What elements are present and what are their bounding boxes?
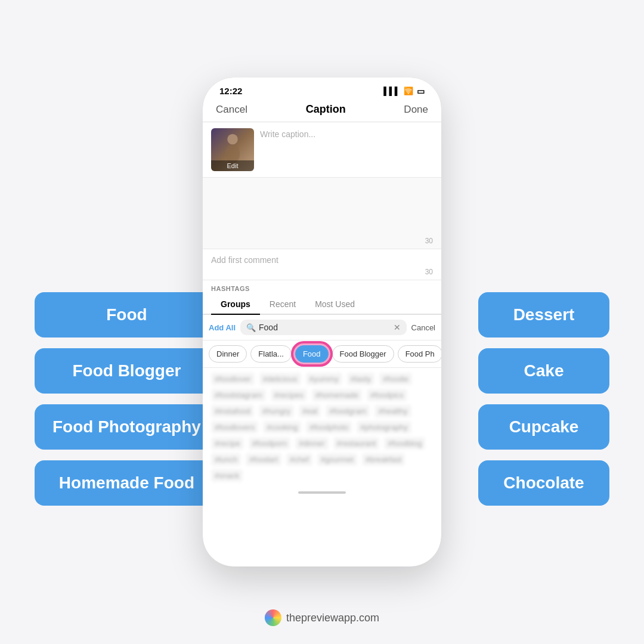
- hashtag-item[interactable]: #foodlovers: [211, 421, 258, 434]
- hashtag-item[interactable]: #breakfast: [362, 453, 405, 466]
- chip-food-wrapper: Food: [295, 345, 329, 363]
- hashtag-item[interactable]: #chef: [286, 453, 312, 466]
- hashtag-item[interactable]: #photography: [357, 421, 411, 434]
- hashtag-item[interactable]: #gourmet: [317, 453, 357, 466]
- tab-groups[interactable]: Groups: [211, 295, 260, 314]
- search-icon: 🔍: [246, 323, 256, 332]
- status-icons: ▌▌▌ 🛜 ▭: [383, 86, 425, 96]
- status-bar: 12:22 ▌▌▌ 🛜 ▭: [203, 78, 441, 100]
- left-btn-food-photography[interactable]: Food Photography: [35, 404, 219, 450]
- right-btn-cake[interactable]: Cake: [478, 348, 609, 394]
- comment-char-count: 30: [425, 268, 433, 276]
- hashtag-item[interactable]: #eat: [299, 405, 321, 417]
- hashtag-item[interactable]: #delicious: [259, 373, 301, 385]
- hashtag-item[interactable]: #foodporn: [249, 437, 291, 450]
- chip-flatlay[interactable]: Flatla...: [250, 345, 292, 363]
- hashtag-item[interactable]: #hungry: [259, 405, 294, 417]
- hashtag-item[interactable]: #foodie: [379, 373, 412, 385]
- chip-food-blogger[interactable]: Food Blogger: [332, 345, 394, 363]
- phone-mockup: 12:22 ▌▌▌ 🛜 ▭ Cancel Caption Done: [203, 78, 441, 566]
- search-clear-button[interactable]: ✕: [394, 323, 401, 332]
- hashtag-item[interactable]: #snack: [211, 469, 243, 482]
- thumbnail-edit-label[interactable]: Edit: [211, 160, 254, 171]
- left-button-group: Food Food Blogger Food Photography Homem…: [35, 292, 219, 506]
- left-btn-food[interactable]: Food: [35, 292, 219, 338]
- caption-char-count: 30: [425, 237, 433, 245]
- phone-screen: 12:22 ▌▌▌ 🛜 ▭ Cancel Caption Done: [203, 78, 441, 566]
- battery-icon: ▭: [417, 86, 425, 96]
- right-btn-dessert[interactable]: Dessert: [478, 292, 609, 338]
- right-button-group: Dessert Cake Cupcake Chocolate: [478, 292, 609, 506]
- caption-input[interactable]: Write caption...: [260, 128, 433, 171]
- hashtag-item[interactable]: #healthy: [374, 405, 411, 417]
- hashtag-item[interactable]: #cooking: [263, 421, 301, 434]
- hashtag-item[interactable]: #foodgram: [326, 405, 370, 417]
- watermark: thepreviewapp.com: [265, 609, 379, 626]
- hashtag-item[interactable]: #yummy: [306, 373, 342, 385]
- search-value: Food: [259, 323, 278, 332]
- svg-point-0: [227, 134, 238, 145]
- hashtag-item[interactable]: #foodphoto: [306, 421, 352, 434]
- hashtag-tabs: Groups Recent Most Used: [203, 295, 441, 315]
- chip-dinner[interactable]: Dinner: [209, 345, 247, 363]
- caption-area: Edit Write caption...: [203, 122, 441, 178]
- chips-row: Dinner Flatla... Food Food Blogger Food …: [203, 340, 441, 368]
- hashtag-item[interactable]: #instafood: [211, 405, 254, 417]
- comment-area[interactable]: Add first comment 30: [203, 249, 441, 280]
- hashtag-item[interactable]: #recipes: [271, 389, 307, 401]
- right-btn-cupcake[interactable]: Cupcake: [478, 404, 609, 450]
- search-input-box[interactable]: 🔍 Food ✕: [240, 320, 407, 335]
- chip-food-ph[interactable]: Food Ph: [398, 345, 441, 363]
- photo-thumbnail[interactable]: Edit: [211, 128, 254, 171]
- search-row: Add All 🔍 Food ✕ Cancel: [203, 315, 441, 340]
- caption-text-area[interactable]: 30: [203, 178, 441, 249]
- tab-most-used[interactable]: Most Used: [305, 295, 364, 314]
- person-silhouette: [222, 131, 243, 164]
- nav-done-button[interactable]: Done: [404, 104, 428, 116]
- hashtag-item[interactable]: #restaurant: [333, 437, 380, 450]
- caption-placeholder: Write caption...: [260, 128, 433, 139]
- add-all-button[interactable]: Add All: [209, 323, 236, 332]
- nav-cancel-button[interactable]: Cancel: [216, 104, 247, 116]
- nav-title: Caption: [306, 103, 346, 116]
- hashtag-item[interactable]: #foodart: [246, 453, 281, 466]
- left-btn-homemade-food[interactable]: Homemade Food: [35, 460, 219, 506]
- scroll-bar: [298, 491, 346, 494]
- scroll-indicator: [203, 487, 441, 499]
- comment-placeholder: Add first comment: [211, 255, 433, 265]
- signal-icon: ▌▌▌: [383, 86, 400, 95]
- watermark-logo: [265, 609, 281, 626]
- chip-food[interactable]: Food: [295, 345, 329, 363]
- left-btn-food-blogger[interactable]: Food Blogger: [35, 348, 219, 394]
- search-cancel-button[interactable]: Cancel: [411, 323, 435, 332]
- watermark-text: thepreviewapp.com: [286, 612, 379, 624]
- hashtag-item[interactable]: #homemade: [312, 389, 362, 401]
- hashtag-item[interactable]: #tasty: [347, 373, 375, 385]
- nav-bar: Cancel Caption Done: [203, 100, 441, 122]
- hashtag-item[interactable]: #recipe: [211, 437, 244, 450]
- hashtags-section-label: HASHTAGS: [203, 280, 441, 295]
- hashtag-item[interactable]: #foodstagram: [211, 389, 266, 401]
- right-btn-chocolate[interactable]: Chocolate: [478, 460, 609, 506]
- hashtag-item[interactable]: #foodblog: [384, 437, 425, 450]
- hashtag-item[interactable]: #lunch: [211, 453, 241, 466]
- hashtag-list: #foodlover #delicious #yummy #tasty #foo…: [203, 368, 441, 487]
- hashtag-item[interactable]: #dinner: [295, 437, 328, 450]
- hashtag-item[interactable]: #foodpics: [367, 389, 407, 401]
- phone-frame: 12:22 ▌▌▌ 🛜 ▭ Cancel Caption Done: [203, 78, 441, 566]
- wifi-icon: 🛜: [404, 86, 413, 95]
- tab-recent[interactable]: Recent: [260, 295, 305, 314]
- status-time: 12:22: [219, 86, 242, 96]
- hashtag-item[interactable]: #foodlover: [211, 373, 255, 385]
